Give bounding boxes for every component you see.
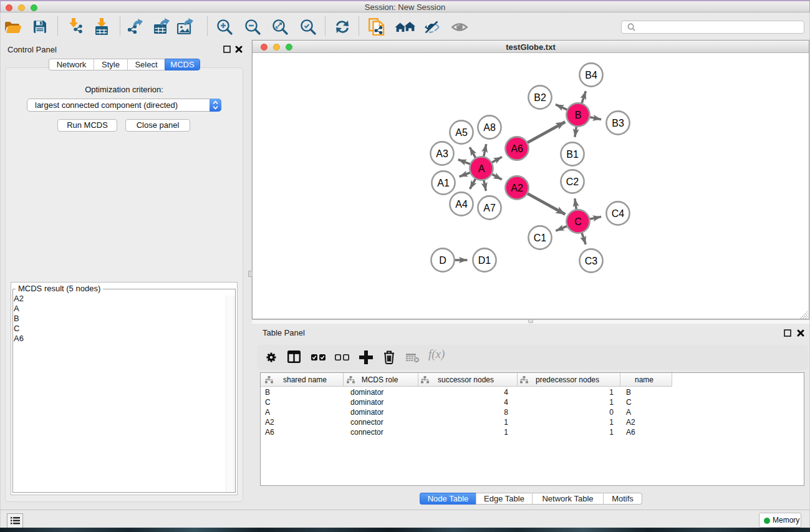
- svg-text:A6: A6: [511, 143, 523, 154]
- svg-text:B: B: [575, 110, 582, 120]
- svg-text:B2: B2: [534, 92, 546, 103]
- svg-text:A5: A5: [455, 127, 468, 138]
- svg-text:D1: D1: [478, 255, 491, 266]
- svg-text:C: C: [574, 216, 582, 227]
- svg-text:A8: A8: [483, 122, 496, 133]
- svg-text:C1: C1: [534, 233, 547, 243]
- svg-text:A4: A4: [455, 199, 468, 210]
- svg-text:A1: A1: [437, 178, 450, 188]
- svg-text:A7: A7: [483, 203, 496, 213]
- svg-text:A: A: [478, 163, 485, 174]
- svg-text:A3: A3: [436, 148, 448, 159]
- svg-text:B3: B3: [612, 118, 624, 128]
- svg-text:A2: A2: [511, 183, 523, 193]
- svg-text:C3: C3: [585, 256, 598, 266]
- svg-text:C2: C2: [566, 177, 579, 187]
- svg-text:B4: B4: [585, 70, 597, 80]
- svg-text:D: D: [439, 255, 446, 266]
- svg-text:B1: B1: [566, 149, 579, 160]
- svg-text:f(x): f(x): [428, 348, 445, 361]
- svg-text:C4: C4: [612, 208, 625, 219]
